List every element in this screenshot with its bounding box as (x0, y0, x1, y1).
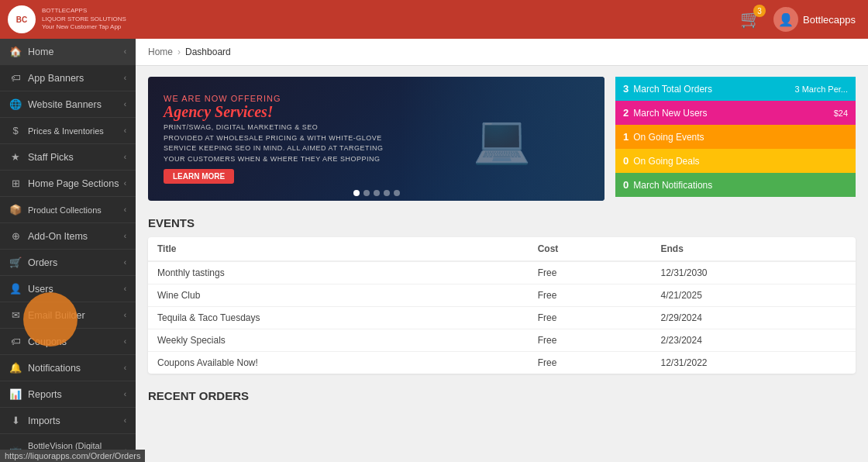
home-page-sections-icon: ⊞ (9, 178, 22, 189)
chevron-icon-add-on-items: ‹ (124, 232, 126, 240)
sidebar-item-label-imports: Imports (28, 415, 60, 426)
chevron-icon-product-collections: ‹ (124, 205, 126, 214)
sidebar-item-imports[interactable]: ⬇Imports‹ (0, 408, 136, 434)
sidebar-item-label-email-builder: Email Builder (28, 310, 85, 321)
app-banners-icon: 🏷 (9, 72, 22, 84)
sidebar-item-reports[interactable]: 📊Reports‹ (0, 381, 136, 408)
orders-icon: 🛒 (9, 257, 22, 268)
stat-row-4: 0March Notifications (615, 173, 856, 197)
stat-row-3: 0On Going Deals (615, 149, 856, 173)
sidebar-item-product-collections[interactable]: 📦Product Collections‹ (0, 197, 136, 223)
breadcrumb-separator: › (177, 47, 181, 57)
breadcrumb-current: Dashboard (185, 47, 231, 57)
sidebar: BC BOTTLECAPPS LIQUOR STORE SOLUTIONS Yo… (0, 0, 136, 462)
carousel-dot-2[interactable] (363, 190, 370, 196)
stats-panel: 3March Total Orders3 March Per...2March … (615, 77, 856, 201)
col-title: Title (148, 237, 529, 261)
event-ends-0: 12/31/2030 (651, 261, 856, 284)
carousel-wrapper: WE ARE NOW OFFERING Agency Services! PRI… (148, 77, 604, 201)
sidebar-item-label-prices-inventories: Prices & Inventories (28, 126, 104, 136)
sidebar-item-label-coupons: Coupons (28, 336, 67, 347)
sidebar-item-users[interactable]: 👤Users‹ (0, 276, 136, 302)
chevron-icon-reports: ‹ (124, 390, 126, 398)
event-cost-0: Free (529, 261, 652, 284)
event-cost-2: Free (529, 307, 652, 329)
sidebar-item-orders[interactable]: 🛒Orders‹ (0, 250, 136, 276)
sidebar-item-email-builder[interactable]: ✉Email Builder‹ (0, 302, 136, 329)
events-section: EVENTS Title Cost Ends Monthly tastingsF… (148, 216, 856, 374)
notification-icon[interactable]: 🛒 3 (740, 9, 761, 29)
product-collections-icon: 📦 (9, 204, 22, 215)
recent-orders-section: RECENT ORDERS (148, 389, 856, 402)
website-banners-icon: 🌐 (9, 98, 22, 110)
reports-icon: 📊 (9, 388, 22, 400)
dashboard-body: WE ARE NOW OFFERING Agency Services! PRI… (136, 66, 868, 419)
sidebar-item-label-add-on-items: Add-On Items (28, 231, 88, 242)
sidebar-item-coupons[interactable]: 🏷Coupons‹ (0, 329, 136, 355)
event-title-0: Monthly tastings (148, 261, 529, 284)
sidebar-item-label-staff-picks: Staff Picks (28, 152, 74, 163)
sidebar-item-website-banners[interactable]: 🌐Website Banners‹ (0, 91, 136, 118)
event-cost-3: Free (529, 329, 652, 352)
content-area: Home › Dashboard WE ARE NOW OFFERING Age… (136, 39, 868, 462)
sidebar-item-label-orders: Orders (28, 257, 57, 268)
banner-line3: PRINT/SWAG, DIGITAL MARKETING & SEO PROV… (164, 122, 383, 164)
carousel-dot-3[interactable] (374, 190, 380, 196)
carousel-dot-1[interactable] (353, 190, 360, 196)
chevron-icon-app-banners: ‹ (124, 74, 126, 82)
event-ends-3: 2/23/2024 (651, 329, 856, 352)
chevron-icon-email-builder: ‹ (124, 311, 126, 319)
user-name: Bottlecapps (803, 14, 856, 26)
table-row: Monthly tastingsFree12/31/2030 (148, 261, 856, 284)
table-row: Tequila & Taco TuesdaysFree2/29/2024 (148, 307, 856, 329)
chevron-icon-coupons: ‹ (124, 337, 126, 346)
carousel-dot-5[interactable] (394, 190, 400, 196)
stat-label-1: March New Users (633, 108, 707, 119)
logo-icon: BC (8, 5, 36, 33)
event-ends-4: 12/31/2022 (651, 352, 856, 374)
user-avatar[interactable]: 👤 Bottlecapps (773, 7, 856, 32)
sidebar-item-staff-picks[interactable]: ★Staff Picks‹ (0, 144, 136, 171)
chevron-icon-home: ‹ (124, 47, 126, 56)
stat-num-1: 2 (623, 107, 629, 119)
breadcrumb: Home › Dashboard (136, 39, 868, 66)
chevron-icon-staff-picks: ‹ (124, 153, 126, 161)
home-icon: 🏠 (9, 46, 22, 57)
topbar: 🛒 3 👤 Bottlecapps (136, 0, 868, 39)
sidebar-item-label-home: Home (28, 47, 53, 57)
email-builder-icon: ✉ (9, 309, 22, 321)
stat-row-1: 2March New Users$24 (615, 101, 856, 125)
sidebar-menu: 🏠Home‹🏷App Banners‹🌐Website Banners‹$Pri… (0, 39, 136, 462)
sidebar-item-prices-inventories[interactable]: $Prices & Inventories‹ (0, 118, 136, 144)
stat-row-0: 3March Total Orders3 March Per... (615, 77, 856, 101)
stat-num-3: 0 (623, 155, 629, 167)
prices-inventories-icon: $ (9, 125, 22, 136)
sidebar-item-label-app-banners: App Banners (28, 73, 84, 84)
breadcrumb-home[interactable]: Home (148, 47, 173, 57)
sidebar-item-home[interactable]: 🏠Home‹ (0, 39, 136, 65)
sidebar-item-app-banners[interactable]: 🏷App Banners‹ (0, 65, 136, 91)
table-row: Wine ClubFree4/21/2025 (148, 284, 856, 307)
event-ends-2: 2/29/2024 (651, 307, 856, 329)
carousel-dot-4[interactable] (384, 190, 390, 196)
sidebar-item-home-page-sections[interactable]: ⊞Home Page Sections‹ (0, 171, 136, 197)
col-cost: Cost (529, 237, 652, 261)
app-subtitle: Your New Customer Tap App (42, 23, 126, 31)
sidebar-item-add-on-items[interactable]: ⊕Add-On Items‹ (0, 223, 136, 250)
coupons-icon: 🏷 (9, 336, 22, 347)
stat-right-1: $24 (834, 109, 848, 118)
staff-picks-icon: ★ (9, 151, 22, 163)
stat-num-4: 0 (623, 179, 629, 191)
sidebar-logo: BC BOTTLECAPPS LIQUOR STORE SOLUTIONS Yo… (0, 0, 136, 39)
recent-orders-title: RECENT ORDERS (148, 389, 856, 402)
imports-icon: ⬇ (9, 415, 22, 426)
sidebar-item-notifications[interactable]: 🔔Notifications‹ (0, 355, 136, 381)
sidebar-item-label-website-banners: Website Banners (28, 99, 102, 110)
event-cost-4: Free (529, 352, 652, 374)
learn-more-button[interactable]: LEARN MORE (164, 169, 234, 184)
events-table: Title Cost Ends Monthly tastingsFree12/3… (148, 237, 856, 374)
col-ends: Ends (651, 237, 856, 261)
notifications-icon: 🔔 (9, 362, 22, 374)
banner-right-side: 💻 (399, 77, 604, 201)
table-row: Weekly SpecialsFree2/23/2024 (148, 329, 856, 352)
